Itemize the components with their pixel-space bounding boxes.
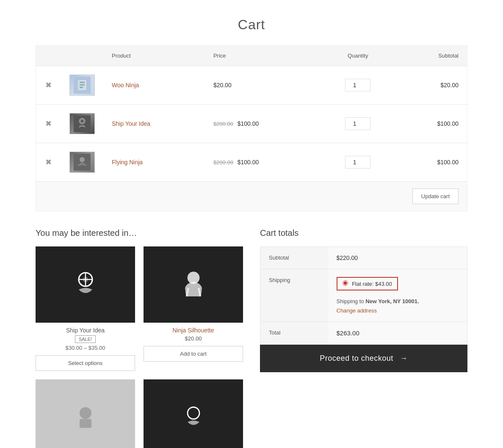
image-cell	[61, 105, 103, 143]
remove-woo-ninja-button[interactable]: ✖	[44, 80, 53, 90]
ship-original-price: $200.00	[213, 121, 233, 127]
product-name-cell: Woo Ninja	[103, 66, 205, 105]
products-grid-row2	[36, 379, 243, 448]
ship-card-name: Ship Your Idea	[36, 327, 135, 334]
col-subtotal-header: Subtotal	[397, 46, 467, 66]
woo-ninja-2-image	[36, 379, 135, 448]
svg-rect-4	[80, 87, 83, 88]
qty-cell	[319, 66, 397, 105]
product-card-woo-ninja-2	[36, 379, 135, 448]
flying-qty-input[interactable]	[345, 156, 370, 169]
interested-title: You may be interested in…	[36, 228, 243, 238]
subtotal-row: Subtotal $220.00	[260, 247, 467, 269]
flying-original-price: $200.00	[213, 159, 233, 166]
cart-actions-cell: Update cart	[36, 182, 467, 211]
subtotal-value: $220.00	[328, 247, 467, 269]
interested-section: You may be interested in… Ship Your Idea	[36, 228, 243, 448]
checkout-arrow-icon: →	[400, 354, 408, 362]
woo-ninja-qty-input[interactable]	[345, 79, 370, 91]
flying-ninja-thumb	[69, 152, 95, 173]
woo-ninja-link[interactable]: Woo Ninja	[112, 82, 139, 88]
ninja-silhouette-name: Ninja Silhouette	[144, 327, 243, 334]
checkout-label: Proceed to checkout	[320, 354, 393, 362]
cart-row-woo-ninja: ✖ Woo Ninja	[36, 66, 467, 105]
col-product-header: Product	[103, 46, 205, 66]
svg-rect-16	[80, 419, 91, 428]
change-address-link[interactable]: Change address	[337, 307, 377, 314]
remove-cell: ✖	[36, 105, 61, 143]
col-remove-header	[36, 46, 61, 66]
price-cell: $200.00 $100.00	[205, 143, 319, 182]
flat-rate-label: Flat rate: $43.00	[352, 281, 392, 287]
qty-cell	[319, 143, 397, 182]
image-cell	[61, 66, 103, 105]
image-cell	[61, 143, 103, 182]
total-value: $263.00	[328, 322, 467, 345]
shipping-row: Shipping Flat rate: $43.00 Shipping to	[260, 269, 467, 322]
ship-2-image	[144, 379, 243, 448]
col-qty-header: Quantity	[319, 46, 397, 66]
flying-ninja-link[interactable]: Flying Ninja	[112, 159, 143, 166]
select-options-button[interactable]: Select options	[36, 355, 135, 371]
flying-ninja-thumb-icon	[74, 154, 91, 171]
shipping-location: New York, NY 10001.	[365, 298, 419, 304]
ship-qty-input[interactable]	[345, 117, 370, 130]
subtotal-cell: $100.00	[397, 105, 467, 143]
svg-point-15	[80, 407, 91, 419]
subtotal-cell: $20.00	[397, 66, 467, 105]
ninja-silhouette-price: $20.00	[144, 335, 243, 342]
product-card-ninja-silhouette: Ninja Silhouette $20.00 Add to cart	[144, 246, 243, 371]
col-price-header: Price	[205, 46, 319, 66]
product-card-ship-2	[144, 379, 243, 448]
flat-rate-option[interactable]: Flat rate: $43.00	[337, 277, 398, 290]
ninja-silhouette-icon	[177, 268, 210, 301]
price-cell: $20.00	[205, 66, 319, 105]
woo-ninja-2-icon	[71, 403, 100, 432]
remove-flying-button[interactable]: ✖	[44, 158, 53, 167]
cart-row-flying-ninja: ✖ Flying Ninja $20	[36, 143, 467, 182]
page-title: Cart	[0, 0, 503, 45]
woo-ninja-price: $20.00	[213, 82, 232, 88]
total-label: Total	[260, 322, 328, 345]
product-name-cell: Ship Your Idea	[103, 105, 205, 143]
ship-your-idea-link[interactable]: Ship Your Idea	[112, 120, 150, 127]
svg-rect-3	[80, 84, 85, 86]
subtotal-label: Subtotal	[260, 247, 328, 269]
product-card-ship: Ship Your Idea SALE! $30.00 – $35.00 Sel…	[36, 246, 135, 371]
ship-card-icon	[69, 268, 102, 301]
flying-sale-price: $100.00	[238, 159, 259, 166]
total-row: Total $263.00	[260, 322, 467, 345]
shipping-label: Shipping	[260, 269, 328, 322]
remove-ship-button[interactable]: ✖	[44, 119, 53, 128]
woo-ninja-thumb-icon	[74, 77, 91, 94]
price-cell: $200.00 $100.00	[205, 105, 319, 143]
totals-table: Subtotal $220.00 Shipping Flat rate: $43…	[260, 246, 467, 345]
ship-your-idea-thumb	[69, 113, 95, 134]
ship-your-idea-thumb-icon	[74, 115, 91, 132]
shipping-to-text: Shipping to New York, NY 10001.	[337, 298, 459, 304]
shipping-cell: Flat rate: $43.00 Shipping to New York, …	[328, 269, 467, 322]
qty-cell	[319, 105, 397, 143]
ninja-silhouette-card-image	[144, 246, 243, 323]
subtotal-cell: $100.00	[397, 143, 467, 182]
svg-point-9	[80, 157, 85, 162]
svg-point-17	[188, 407, 199, 419]
ship-sale-price: $100.00	[238, 120, 259, 127]
cart-row-ship-your-idea: ✖ Ship Your Idea $	[36, 105, 467, 143]
ship-card-image	[36, 246, 135, 323]
add-to-cart-button[interactable]: Add to cart	[144, 346, 243, 362]
update-cart-button[interactable]: Update cart	[412, 188, 459, 204]
ship-price-range: $30.00 – $35.00	[36, 345, 135, 351]
bottom-section: You may be interested in… Ship Your Idea	[36, 228, 467, 448]
woo-ninja-thumb	[69, 75, 95, 96]
ship-sale-badge: SALE!	[75, 335, 96, 343]
cart-totals: Cart totals Subtotal $220.00 Shipping	[260, 228, 467, 372]
remove-cell: ✖	[36, 143, 61, 182]
proceed-to-checkout-button[interactable]: Proceed to checkout →	[260, 345, 467, 372]
product-name-cell: Flying Ninja	[103, 143, 205, 182]
main-content: Product Price Quantity Subtotal ✖	[19, 45, 484, 448]
flat-rate-radio[interactable]	[343, 280, 348, 286]
col-image-header	[61, 46, 103, 66]
cart-table: Product Price Quantity Subtotal ✖	[36, 45, 467, 211]
ship-2-icon	[179, 403, 208, 432]
